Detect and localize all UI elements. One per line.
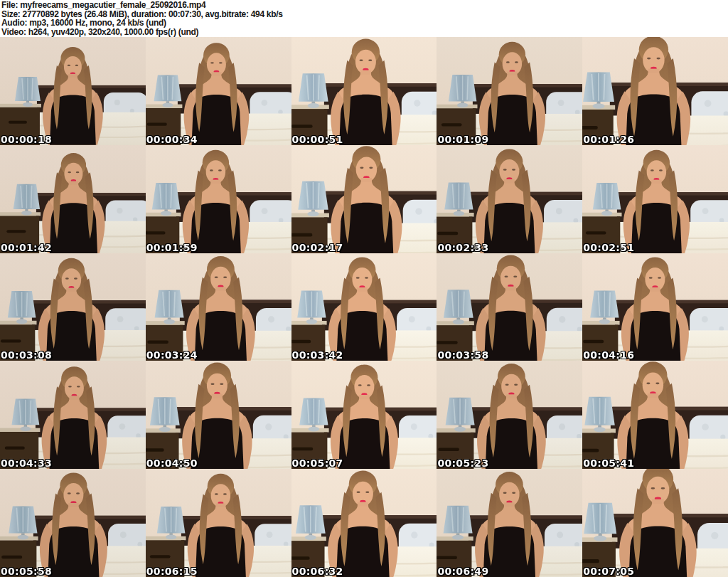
frame-scene — [291, 469, 437, 577]
frame-timestamp: 00:01:26 — [583, 134, 634, 145]
frame-scene — [291, 253, 437, 361]
frame-timestamp: 00:03:58 — [437, 349, 488, 361]
frame-timestamp: 00:05:23 — [437, 457, 488, 469]
video-frame-thumbnail: 00:04:50 — [146, 361, 291, 469]
frame-scene — [291, 37, 437, 145]
video-frame-thumbnail: 00:05:23 — [437, 361, 582, 469]
video-frame-thumbnail: 00:00:34 — [146, 37, 291, 145]
video-frame-thumbnail: 00:00:18 — [0, 37, 146, 145]
frame-scene — [146, 37, 291, 145]
video-contact-sheet: File: myfreecams_megacutier_female_25092… — [0, 0, 728, 577]
file-metadata-header: File: myfreecams_megacutier_female_25092… — [0, 0, 728, 37]
frame-scene — [437, 469, 582, 577]
video-frame-thumbnail: 00:06:49 — [437, 469, 582, 577]
video-info-line: Video: h264, yuv420p, 320x240, 1000.00 f… — [1, 28, 728, 37]
frame-timestamp: 00:06:32 — [292, 566, 343, 577]
video-frame-thumbnail: 00:04:16 — [582, 253, 728, 361]
frame-timestamp: 00:00:34 — [146, 134, 198, 145]
video-frame-thumbnail: 00:07:05 — [582, 469, 728, 577]
frame-timestamp: 00:03:42 — [292, 349, 343, 361]
frame-timestamp: 00:01:59 — [146, 242, 198, 253]
video-frame-thumbnail: 00:05:58 — [0, 469, 146, 577]
frame-timestamp: 00:05:58 — [1, 566, 52, 577]
file-name-line: File: myfreecams_megacutier_female_25092… — [1, 1, 728, 10]
frame-scene — [0, 37, 146, 145]
video-frame-thumbnail: 00:01:09 — [437, 37, 582, 145]
video-frame-thumbnail: 00:03:42 — [291, 253, 437, 361]
video-frame-thumbnail: 00:01:26 — [582, 37, 728, 145]
frame-scene — [291, 145, 437, 253]
frame-scene — [437, 37, 582, 145]
video-frame-thumbnail: 00:02:51 — [582, 145, 728, 253]
frame-scene — [582, 253, 728, 361]
frame-timestamp: 00:05:07 — [292, 457, 343, 469]
frame-timestamp: 00:00:51 — [292, 134, 343, 145]
frame-scene — [146, 145, 291, 253]
frame-timestamp: 00:02:17 — [292, 242, 343, 253]
frame-timestamp: 00:06:49 — [437, 566, 488, 577]
frame-timestamp: 00:00:18 — [1, 134, 52, 145]
frame-scene — [582, 361, 728, 469]
video-frame-thumbnail: 00:03:08 — [0, 253, 146, 361]
frame-scene — [291, 361, 437, 469]
thumbnail-grid: 00:00:18 — [0, 37, 728, 577]
frame-scene — [146, 253, 291, 361]
frame-timestamp: 00:03:08 — [1, 349, 52, 361]
frame-timestamp: 00:02:33 — [437, 242, 488, 253]
video-frame-thumbnail: 00:03:58 — [437, 253, 582, 361]
frame-scene — [437, 361, 582, 469]
frame-timestamp: 00:01:42 — [1, 242, 52, 253]
video-frame-thumbnail: 00:06:32 — [291, 469, 437, 577]
video-frame-thumbnail: 00:06:15 — [146, 469, 291, 577]
frame-timestamp: 00:05:41 — [583, 457, 634, 469]
frame-timestamp: 00:07:05 — [583, 566, 634, 577]
video-frame-thumbnail: 00:03:24 — [146, 253, 291, 361]
frame-timestamp: 00:01:09 — [437, 134, 488, 145]
frame-scene — [0, 469, 146, 577]
frame-scene — [146, 361, 291, 469]
frame-timestamp: 00:04:50 — [146, 457, 198, 469]
frame-scene — [0, 145, 146, 253]
video-frame-thumbnail: 00:05:07 — [291, 361, 437, 469]
frame-timestamp: 00:03:24 — [146, 349, 198, 361]
frame-scene — [582, 37, 728, 145]
frame-scene — [437, 145, 582, 253]
video-frame-thumbnail: 00:02:33 — [437, 145, 582, 253]
frame-timestamp: 00:06:15 — [146, 566, 198, 577]
frame-scene — [582, 145, 728, 253]
video-frame-thumbnail: 00:04:33 — [0, 361, 146, 469]
frame-scene — [437, 253, 582, 361]
frame-scene — [0, 253, 146, 361]
video-frame-thumbnail: 00:01:59 — [146, 145, 291, 253]
video-frame-thumbnail: 00:02:17 — [291, 145, 437, 253]
frame-timestamp: 00:04:33 — [1, 457, 52, 469]
video-frame-thumbnail: 00:01:42 — [0, 145, 146, 253]
frame-scene — [582, 469, 728, 577]
frame-timestamp: 00:02:51 — [583, 242, 634, 253]
frame-scene — [146, 469, 291, 577]
frame-timestamp: 00:04:16 — [583, 349, 634, 361]
video-frame-thumbnail: 00:05:41 — [582, 361, 728, 469]
frame-scene — [0, 361, 146, 469]
video-frame-thumbnail: 00:00:51 — [291, 37, 437, 145]
